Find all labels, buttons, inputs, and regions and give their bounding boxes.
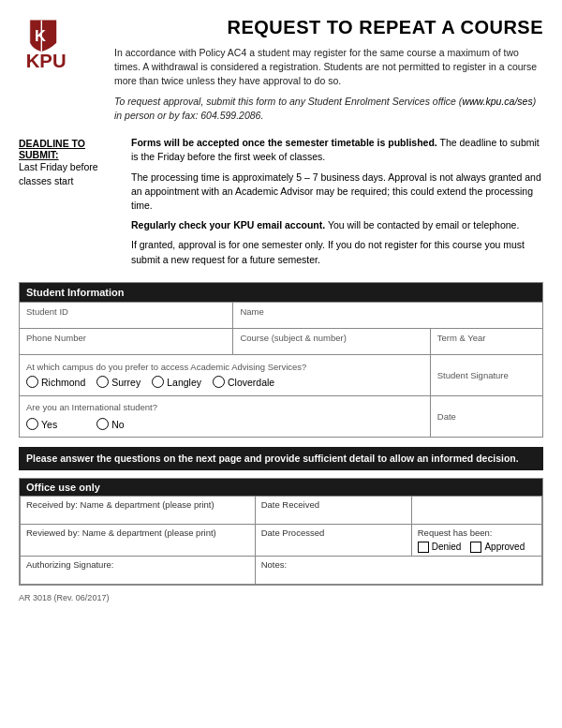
svg-text:KPU: KPU (26, 51, 67, 71)
campus-question: At which campus do you prefer to access … (26, 362, 423, 372)
request-status-cell: Request has been: Denied Approved (411, 524, 541, 556)
campus-langley[interactable]: Langley (152, 376, 201, 388)
approved-checkbox[interactable] (470, 542, 481, 553)
office-use-section: Office use only Received by: Name & depa… (19, 478, 543, 586)
yes-option[interactable]: Yes (26, 418, 57, 430)
approved-option[interactable]: Approved (470, 542, 525, 553)
campus-radio-group: Richmond Surrey Langley Cloverdale (26, 376, 423, 388)
office-use-header: Office use only (20, 479, 542, 496)
student-id-cell: Student ID (20, 302, 233, 328)
footer: AR 3018 (Rev. 06/2017) (19, 593, 543, 602)
student-id-name-row: Student ID Name (20, 302, 543, 328)
forms-bold: Forms will be accepted once the semester… (131, 137, 437, 148)
intro-paragraph-2-text: To request approval, submit this form to… (114, 96, 536, 121)
body-content: DEADLINE TO SUBMIT: Last Friday before c… (19, 136, 543, 273)
email-rest: You will be contacted by email or teleph… (325, 219, 519, 230)
received-by-label: Received by: Name & department (please p… (26, 499, 249, 510)
kpu-logo: K KPU (19, 17, 94, 73)
received-blank-cell (411, 496, 541, 524)
campus-row: At which campus do you prefer to access … (20, 354, 543, 395)
deadline-label: DEADLINE TO SUBMIT: (19, 138, 122, 160)
cloverdale-label: Cloverdale (228, 377, 274, 388)
deadline-box: DEADLINE TO SUBMIT: Last Friday before c… (19, 138, 122, 187)
date-label: Date (437, 411, 536, 422)
course-label: Course (subject & number) (240, 333, 422, 343)
campus-cloverdale[interactable]: Cloverdale (213, 376, 274, 388)
reviewed-by-cell: Reviewed by: Name & department (please p… (21, 524, 256, 556)
email-bold: Regularly check your KPU email account. (131, 219, 325, 230)
student-info-table: Student Information Student ID Name Phon… (19, 282, 543, 438)
denied-option[interactable]: Denied (418, 542, 462, 553)
signature-cell: Student Signature (430, 354, 542, 395)
date-cell: Date (430, 395, 542, 437)
info-column: Forms will be accepted once the semester… (131, 136, 543, 273)
richmond-label: Richmond (41, 377, 85, 388)
denied-label: Denied (432, 542, 462, 552)
para-processing: The processing time is approximately 5 –… (131, 171, 543, 214)
deadline-text: Last Friday before classes start (19, 160, 122, 187)
campus-surrey[interactable]: Surrey (96, 376, 140, 388)
langley-radio[interactable] (152, 376, 164, 388)
logo-area: K KPU (19, 17, 103, 75)
notice-bar: Please answer the questions on the next … (19, 447, 543, 470)
surrey-radio[interactable] (96, 376, 109, 388)
para-granted: If granted, approval is for one semester… (131, 238, 543, 266)
langley-label: Langley (167, 377, 201, 388)
student-id-label: Student ID (26, 306, 226, 317)
notes-cell: Notes: (255, 556, 541, 584)
student-info-header: Student Information (20, 282, 543, 302)
denied-checkbox[interactable] (418, 542, 429, 553)
svg-text:K: K (35, 27, 46, 45)
request-has-been-label: Request has been: (418, 527, 536, 538)
term-year-cell: Term & Year (430, 328, 542, 354)
name-label: Name (240, 306, 536, 317)
campus-cell: At which campus do you prefer to access … (20, 354, 431, 395)
approval-checkbox-group: Denied Approved (418, 542, 536, 553)
no-radio[interactable] (96, 418, 109, 430)
page-title: REQUEST TO REPEAT A COURSE (114, 17, 543, 38)
kpu-ses-link[interactable]: www.kpu.ca/ses (462, 96, 532, 107)
date-received-cell: Date Received (255, 496, 411, 524)
richmond-radio[interactable] (26, 376, 38, 388)
yes-label: Yes (41, 419, 57, 430)
date-processed-cell: Date Processed (255, 524, 411, 556)
international-cell: Are you an International student? Yes No (20, 395, 431, 437)
notes-label: Notes: (261, 559, 536, 570)
office-use-table: Received by: Name & department (please p… (20, 496, 542, 585)
international-row: Are you an International student? Yes No… (20, 395, 543, 437)
international-question: Are you an International student? (26, 402, 423, 412)
no-label: No (111, 419, 124, 430)
date-processed-label: Date Processed (261, 527, 406, 538)
course-cell: Course (subject & number) (233, 328, 430, 354)
yes-no-radio-group: Yes No (26, 418, 423, 430)
term-year-label: Term & Year (437, 333, 536, 343)
phone-cell: Phone Number (20, 328, 233, 354)
para-email: Regularly check your KPU email account. … (131, 218, 543, 232)
no-option[interactable]: No (96, 418, 124, 430)
received-by-cell: Received by: Name & department (please p… (21, 496, 256, 524)
reviewed-row: Reviewed by: Name & department (please p… (21, 524, 542, 556)
date-received-label: Date Received (261, 499, 406, 510)
authorizing-row: Authorizing Signature: Notes: (21, 556, 542, 584)
authorizing-sig-label: Authorizing Signature: (26, 559, 249, 570)
cloverdale-radio[interactable] (213, 376, 225, 388)
title-area: REQUEST TO REPEAT A COURSE In accordance… (114, 17, 543, 128)
reviewed-by-label: Reviewed by: Name & department (please p… (26, 527, 249, 538)
phone-label: Phone Number (26, 333, 226, 343)
phone-course-row: Phone Number Course (subject & number) T… (20, 328, 543, 354)
name-cell: Name (233, 302, 543, 328)
intro-paragraph-1: In accordance with Policy AC4 a student … (114, 46, 543, 123)
authorizing-sig-cell: Authorizing Signature: (21, 556, 256, 584)
received-row: Received by: Name & department (please p… (21, 496, 542, 524)
deadline-column: DEADLINE TO SUBMIT: Last Friday before c… (19, 136, 122, 273)
surrey-label: Surrey (111, 377, 140, 388)
signature-label: Student Signature (437, 370, 536, 380)
campus-richmond[interactable]: Richmond (26, 376, 85, 388)
para-forms: Forms will be accepted once the semester… (131, 136, 543, 164)
approved-label: Approved (484, 542, 525, 552)
yes-radio[interactable] (26, 418, 38, 430)
